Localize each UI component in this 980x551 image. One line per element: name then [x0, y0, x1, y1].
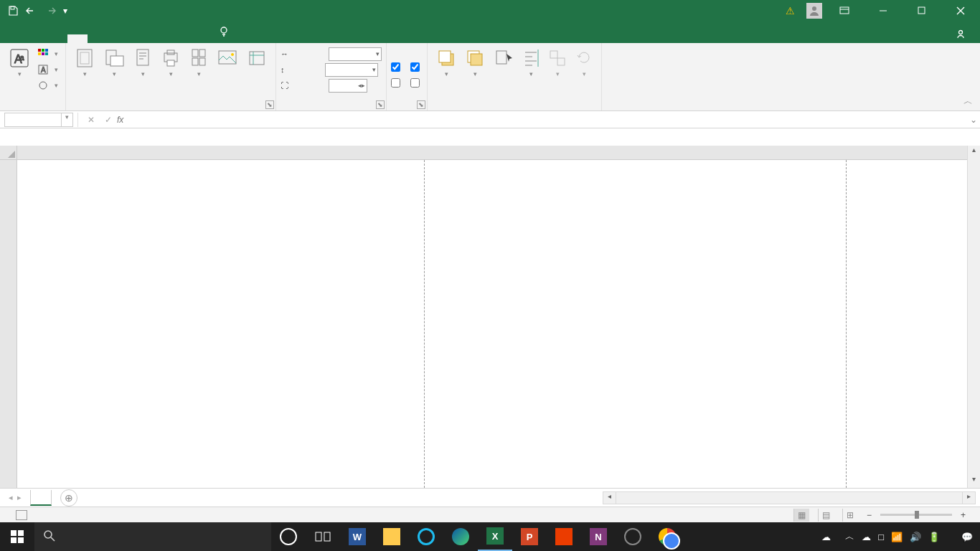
tab-insert[interactable]: [47, 34, 67, 43]
headings-print-checkbox[interactable]: [410, 75, 423, 90]
taskbar-search[interactable]: [34, 522, 271, 551]
name-box-dropdown-icon[interactable]: ▾: [61, 113, 72, 126]
page-setup-launcher[interactable]: ⬊: [265, 100, 274, 109]
new-sheet-button[interactable]: ⊕: [60, 489, 77, 507]
avatar[interactable]: [806, 3, 822, 19]
maximize-button[interactable]: [905, 0, 938, 22]
colors-button[interactable]: ▾: [34, 46, 61, 62]
print-titles-button[interactable]: [242, 44, 271, 100]
cortana-icon[interactable]: [271, 522, 306, 551]
gridlines-print-checkbox[interactable]: [391, 75, 403, 90]
svg-rect-22: [137, 50, 149, 65]
tab-help[interactable]: [188, 34, 208, 43]
fonts-button[interactable]: A▾: [34, 62, 61, 77]
width-select[interactable]: ▾: [329, 47, 382, 61]
selection-pane-button[interactable]: [489, 44, 518, 100]
tab-home[interactable]: [27, 34, 47, 43]
minimize-button[interactable]: [867, 0, 900, 22]
sheet-nav-next-icon[interactable]: ▸: [17, 493, 22, 502]
qat-customize-icon[interactable]: ▾: [60, 2, 70, 19]
camera-icon[interactable]: [616, 522, 650, 551]
expand-formula-bar-icon[interactable]: ⌄: [967, 115, 980, 125]
scale-launcher[interactable]: ⬊: [376, 100, 385, 109]
chrome-icon[interactable]: [650, 522, 684, 551]
ie-icon[interactable]: [409, 522, 443, 551]
tell-me-search[interactable]: [208, 21, 244, 43]
wifi-icon[interactable]: 📶: [891, 532, 903, 542]
scroll-down-icon[interactable]: ▾: [968, 475, 980, 488]
save-icon[interactable]: [4, 2, 22, 19]
gridlines-view-checkbox[interactable]: [391, 59, 403, 75]
cells-area[interactable]: [17, 160, 967, 488]
excel-icon[interactable]: X: [478, 522, 512, 551]
scale-input[interactable]: ◂▸: [329, 79, 367, 93]
normal-view-icon[interactable]: ▦: [793, 509, 809, 522]
battery-icon[interactable]: 🔋: [928, 532, 940, 542]
ribbon-tabs: [0, 22, 980, 43]
horizontal-scrollbar[interactable]: ◂ ▸: [603, 491, 976, 504]
svg-rect-41: [18, 530, 24, 536]
meet-now-icon[interactable]: □: [878, 532, 884, 542]
tab-page-layout[interactable]: [67, 34, 88, 43]
select-all-cell[interactable]: [0, 146, 17, 160]
sheet-tab-sheet1[interactable]: [30, 490, 52, 506]
undo-icon[interactable]: [23, 2, 40, 19]
zoom-in-icon[interactable]: +: [961, 510, 966, 520]
office-icon[interactable]: [547, 522, 581, 551]
tray-expand-icon[interactable]: ︿: [845, 530, 854, 543]
orientation-button[interactable]: ▾: [99, 44, 129, 100]
margins-button[interactable]: ▾: [70, 44, 99, 100]
start-button[interactable]: [0, 522, 34, 551]
tab-data[interactable]: [108, 34, 128, 43]
tab-formulas[interactable]: [88, 34, 108, 43]
sheet-nav[interactable]: ◂▸: [0, 493, 30, 502]
task-view-icon[interactable]: [306, 522, 340, 551]
send-backward-button[interactable]: ▾: [461, 44, 489, 100]
height-select[interactable]: ▾: [325, 63, 378, 77]
headings-view-checkbox[interactable]: [410, 59, 423, 75]
redo-icon[interactable]: [42, 2, 59, 19]
tab-view[interactable]: [148, 34, 168, 43]
fx-icon[interactable]: fx: [117, 115, 123, 125]
size-button[interactable]: ▾: [129, 44, 156, 100]
enter-formula-icon[interactable]: ✓: [100, 115, 117, 125]
vertical-scrollbar[interactable]: ▴ ▾: [967, 146, 980, 488]
background-button[interactable]: [212, 44, 242, 100]
macro-record-icon[interactable]: [16, 510, 27, 520]
themes-button[interactable]: Aa ▾: [4, 44, 34, 100]
scroll-right-icon[interactable]: ▸: [962, 492, 975, 504]
notifications-icon[interactable]: 💬: [961, 532, 973, 542]
edge-icon[interactable]: [443, 522, 478, 551]
name-box[interactable]: ▾: [4, 113, 73, 127]
effects-button[interactable]: ▾: [34, 77, 61, 93]
share-button[interactable]: [944, 24, 980, 43]
align-button[interactable]: ▾: [518, 44, 544, 100]
word-icon[interactable]: W: [340, 522, 374, 551]
onedrive-icon[interactable]: ☁: [862, 532, 871, 542]
zoom-out-icon[interactable]: −: [867, 510, 872, 520]
page-break-view-icon[interactable]: ⊞: [842, 509, 858, 522]
sheet-nav-prev-icon[interactable]: ◂: [9, 493, 13, 502]
sheet-options-launcher[interactable]: ⬊: [417, 100, 425, 109]
ribbon-display-options-icon[interactable]: [828, 0, 861, 22]
collapse-ribbon-icon[interactable]: ︿: [963, 95, 973, 108]
tab-developer[interactable]: [168, 34, 188, 43]
weather-icon[interactable]: ☁: [821, 532, 831, 542]
close-button[interactable]: [944, 0, 977, 22]
print-area-button[interactable]: ▾: [156, 44, 185, 100]
formula-input[interactable]: [128, 115, 967, 125]
scroll-up-icon[interactable]: ▴: [968, 146, 980, 159]
quick-access-toolbar: ▾: [0, 2, 70, 19]
onenote-icon[interactable]: N: [581, 522, 616, 551]
bring-forward-button[interactable]: ▾: [432, 44, 461, 100]
volume-icon[interactable]: 🔊: [910, 532, 921, 542]
powerpoint-icon[interactable]: P: [512, 522, 547, 551]
scroll-left-icon[interactable]: ◂: [603, 492, 616, 504]
breaks-button[interactable]: ▾: [185, 44, 212, 100]
page-layout-view-icon[interactable]: ▤: [818, 509, 834, 522]
tab-file[interactable]: [7, 34, 27, 43]
zoom-slider[interactable]: [880, 514, 952, 516]
tab-review[interactable]: [128, 34, 148, 43]
cancel-formula-icon[interactable]: ✕: [83, 115, 100, 125]
file-explorer-icon[interactable]: [374, 522, 409, 551]
